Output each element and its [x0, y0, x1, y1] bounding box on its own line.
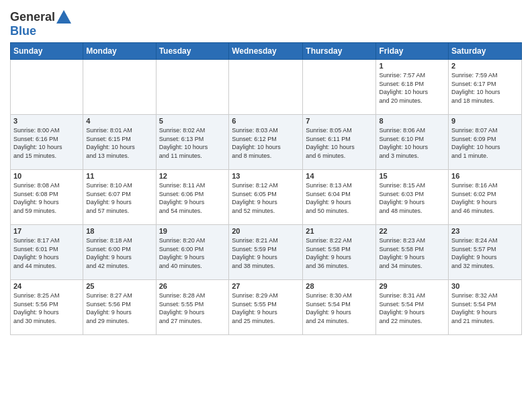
day-info: Sunrise: 8:11 AM Sunset: 6:06 PM Dayligh…	[159, 181, 226, 215]
calendar-cell: 4Sunrise: 8:01 AM Sunset: 6:15 PM Daylig…	[83, 115, 156, 170]
calendar-cell: 10Sunrise: 8:08 AM Sunset: 6:08 PM Dayli…	[11, 170, 83, 225]
day-info: Sunrise: 8:05 AM Sunset: 6:11 PM Dayligh…	[306, 126, 373, 160]
logo: General Blue	[10, 10, 71, 38]
calendar-cell: 12Sunrise: 8:11 AM Sunset: 6:06 PM Dayli…	[156, 170, 229, 225]
calendar-cell: 27Sunrise: 8:29 AM Sunset: 5:55 PM Dayli…	[229, 280, 303, 335]
day-info: Sunrise: 8:00 AM Sunset: 6:16 PM Dayligh…	[13, 126, 80, 160]
day-info: Sunrise: 8:28 AM Sunset: 5:55 PM Dayligh…	[159, 291, 226, 325]
calendar-cell: 17Sunrise: 8:17 AM Sunset: 6:01 PM Dayli…	[11, 225, 83, 280]
day-info: Sunrise: 8:18 AM Sunset: 6:00 PM Dayligh…	[86, 236, 152, 270]
calendar-cell: 21Sunrise: 8:22 AM Sunset: 5:58 PM Dayli…	[303, 225, 376, 280]
day-info: Sunrise: 8:07 AM Sunset: 6:09 PM Dayligh…	[451, 126, 519, 160]
logo-blue-text: Blue	[10, 24, 36, 38]
day-info: Sunrise: 8:21 AM Sunset: 5:59 PM Dayligh…	[232, 236, 300, 270]
calendar-cell: 1Sunrise: 7:57 AM Sunset: 6:18 PM Daylig…	[376, 60, 449, 115]
day-number: 4	[86, 117, 152, 125]
day-number: 13	[232, 172, 300, 180]
calendar-week-row: 3Sunrise: 8:00 AM Sunset: 6:16 PM Daylig…	[11, 115, 522, 170]
day-number: 8	[379, 117, 445, 125]
day-info: Sunrise: 8:16 AM Sunset: 6:02 PM Dayligh…	[451, 181, 519, 215]
day-number: 20	[232, 227, 300, 235]
calendar-cell: 30Sunrise: 8:32 AM Sunset: 5:54 PM Dayli…	[449, 280, 522, 335]
day-number: 3	[13, 117, 80, 125]
day-number: 12	[159, 172, 226, 180]
day-number: 11	[86, 172, 152, 180]
day-number: 9	[451, 117, 519, 125]
day-number: 29	[379, 282, 445, 290]
calendar-table: SundayMondayTuesdayWednesdayThursdayFrid…	[10, 42, 522, 335]
day-info: Sunrise: 8:20 AM Sunset: 6:00 PM Dayligh…	[159, 236, 226, 270]
calendar-cell: 26Sunrise: 8:28 AM Sunset: 5:55 PM Dayli…	[156, 280, 229, 335]
day-info: Sunrise: 8:15 AM Sunset: 6:03 PM Dayligh…	[379, 181, 445, 215]
calendar-cell: 3Sunrise: 8:00 AM Sunset: 6:16 PM Daylig…	[11, 115, 83, 170]
calendar-cell: 14Sunrise: 8:13 AM Sunset: 6:04 PM Dayli…	[303, 170, 376, 225]
day-number: 19	[159, 227, 226, 235]
day-info: Sunrise: 8:01 AM Sunset: 6:15 PM Dayligh…	[86, 126, 152, 160]
day-number: 10	[13, 172, 80, 180]
day-number: 6	[232, 117, 300, 125]
day-info: Sunrise: 8:29 AM Sunset: 5:55 PM Dayligh…	[232, 291, 300, 325]
weekday-header-tuesday: Tuesday	[156, 43, 229, 60]
day-number: 18	[86, 227, 152, 235]
day-info: Sunrise: 8:12 AM Sunset: 6:05 PM Dayligh…	[232, 181, 300, 215]
day-number: 7	[306, 117, 373, 125]
day-info: Sunrise: 8:24 AM Sunset: 5:57 PM Dayligh…	[451, 236, 519, 270]
calendar-cell: 11Sunrise: 8:10 AM Sunset: 6:07 PM Dayli…	[83, 170, 156, 225]
weekday-header-row: SundayMondayTuesdayWednesdayThursdayFrid…	[11, 43, 522, 60]
day-info: Sunrise: 7:59 AM Sunset: 6:17 PM Dayligh…	[451, 71, 519, 105]
day-number: 14	[306, 172, 373, 180]
day-number: 26	[159, 282, 226, 290]
day-info: Sunrise: 8:13 AM Sunset: 6:04 PM Dayligh…	[306, 181, 373, 215]
calendar-cell: 7Sunrise: 8:05 AM Sunset: 6:11 PM Daylig…	[303, 115, 376, 170]
calendar-cell: 16Sunrise: 8:16 AM Sunset: 6:02 PM Dayli…	[449, 170, 522, 225]
calendar-cell: 24Sunrise: 8:25 AM Sunset: 5:56 PM Dayli…	[11, 280, 83, 335]
day-info: Sunrise: 8:10 AM Sunset: 6:07 PM Dayligh…	[86, 181, 152, 215]
calendar-cell	[229, 60, 303, 115]
calendar-cell	[83, 60, 156, 115]
weekday-header-wednesday: Wednesday	[229, 43, 303, 60]
calendar-cell: 6Sunrise: 8:03 AM Sunset: 6:12 PM Daylig…	[229, 115, 303, 170]
calendar-cell: 8Sunrise: 8:06 AM Sunset: 6:10 PM Daylig…	[376, 115, 449, 170]
calendar-cell: 29Sunrise: 8:31 AM Sunset: 5:54 PM Dayli…	[376, 280, 449, 335]
day-number: 1	[379, 62, 445, 70]
header: General Blue	[10, 7, 522, 38]
day-info: Sunrise: 8:08 AM Sunset: 6:08 PM Dayligh…	[13, 181, 80, 215]
day-number: 2	[451, 62, 519, 70]
calendar-cell	[303, 60, 376, 115]
day-number: 24	[13, 282, 80, 290]
calendar-cell: 2Sunrise: 7:59 AM Sunset: 6:17 PM Daylig…	[449, 60, 522, 115]
calendar-cell: 9Sunrise: 8:07 AM Sunset: 6:09 PM Daylig…	[449, 115, 522, 170]
day-info: Sunrise: 8:25 AM Sunset: 5:56 PM Dayligh…	[13, 291, 80, 325]
day-number: 22	[379, 227, 445, 235]
day-info: Sunrise: 8:03 AM Sunset: 6:12 PM Dayligh…	[232, 126, 300, 160]
day-number: 23	[451, 227, 519, 235]
day-info: Sunrise: 8:17 AM Sunset: 6:01 PM Dayligh…	[13, 236, 80, 270]
calendar-week-row: 17Sunrise: 8:17 AM Sunset: 6:01 PM Dayli…	[11, 225, 522, 280]
day-info: Sunrise: 8:30 AM Sunset: 5:54 PM Dayligh…	[306, 291, 373, 325]
calendar-week-row: 24Sunrise: 8:25 AM Sunset: 5:56 PM Dayli…	[11, 280, 522, 335]
calendar-cell: 22Sunrise: 8:23 AM Sunset: 5:58 PM Dayli…	[376, 225, 449, 280]
calendar-cell: 28Sunrise: 8:30 AM Sunset: 5:54 PM Dayli…	[303, 280, 376, 335]
day-number: 15	[379, 172, 445, 180]
day-info: Sunrise: 8:32 AM Sunset: 5:54 PM Dayligh…	[451, 291, 519, 325]
calendar-cell	[156, 60, 229, 115]
page-container: General Blue SundayMondayTuesdayWednesda…	[0, 0, 532, 338]
day-number: 28	[306, 282, 373, 290]
logo-general-text: General	[10, 10, 55, 24]
day-info: Sunrise: 8:23 AM Sunset: 5:58 PM Dayligh…	[379, 236, 445, 270]
day-number: 27	[232, 282, 300, 290]
day-number: 17	[13, 227, 80, 235]
calendar-cell: 15Sunrise: 8:15 AM Sunset: 6:03 PM Dayli…	[376, 170, 449, 225]
day-info: Sunrise: 8:31 AM Sunset: 5:54 PM Dayligh…	[379, 291, 445, 325]
svg-marker-0	[56, 10, 71, 24]
calendar-cell: 25Sunrise: 8:27 AM Sunset: 5:56 PM Dayli…	[83, 280, 156, 335]
day-info: Sunrise: 8:22 AM Sunset: 5:58 PM Dayligh…	[306, 236, 373, 270]
calendar-cell: 19Sunrise: 8:20 AM Sunset: 6:00 PM Dayli…	[156, 225, 229, 280]
day-number: 30	[451, 282, 519, 290]
calendar-cell: 23Sunrise: 8:24 AM Sunset: 5:57 PM Dayli…	[449, 225, 522, 280]
calendar-cell: 13Sunrise: 8:12 AM Sunset: 6:05 PM Dayli…	[229, 170, 303, 225]
calendar-cell: 5Sunrise: 8:02 AM Sunset: 6:13 PM Daylig…	[156, 115, 229, 170]
day-number: 5	[159, 117, 226, 125]
day-info: Sunrise: 8:06 AM Sunset: 6:10 PM Dayligh…	[379, 126, 445, 160]
weekday-header-monday: Monday	[83, 43, 156, 60]
